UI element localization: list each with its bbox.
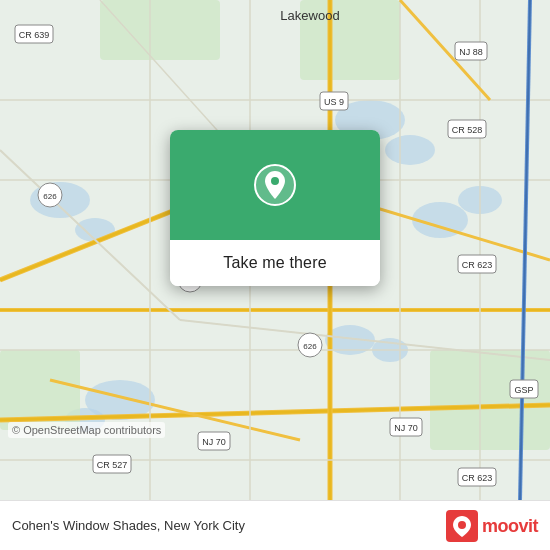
- svg-rect-13: [100, 0, 220, 60]
- svg-text:CR 623: CR 623: [462, 473, 493, 483]
- svg-point-69: [458, 521, 466, 529]
- svg-text:CR 527: CR 527: [97, 460, 128, 470]
- svg-text:CR 639: CR 639: [19, 30, 50, 40]
- svg-text:NJ 88: NJ 88: [459, 47, 483, 57]
- svg-point-4: [385, 135, 435, 165]
- map-container: CR 639 626 626 626 CR 527 NJ 70 NJ 70 US…: [0, 0, 550, 500]
- svg-text:CR 623: CR 623: [462, 260, 493, 270]
- svg-text:Lakewood: Lakewood: [280, 8, 339, 23]
- svg-text:626: 626: [43, 192, 57, 201]
- svg-text:US 9: US 9: [324, 97, 344, 107]
- moovit-icon: [446, 510, 478, 542]
- svg-text:626: 626: [303, 342, 317, 351]
- moovit-logo: moovit: [446, 510, 538, 542]
- svg-text:CR 528: CR 528: [452, 125, 483, 135]
- location-pin-icon: [253, 163, 297, 207]
- svg-point-67: [271, 177, 279, 185]
- bottom-bar: Cohen's Window Shades, New York City moo…: [0, 500, 550, 550]
- moovit-label: moovit: [482, 516, 538, 537]
- location-label: Cohen's Window Shades, New York City: [12, 518, 245, 533]
- svg-rect-12: [430, 350, 550, 450]
- popup-green-area: [170, 130, 380, 240]
- popup-card: Take me there: [170, 130, 380, 286]
- copyright-text: © OpenStreetMap contributors: [8, 422, 165, 438]
- svg-text:GSP: GSP: [514, 385, 533, 395]
- svg-text:NJ 70: NJ 70: [202, 437, 226, 447]
- svg-text:NJ 70: NJ 70: [394, 423, 418, 433]
- take-me-there-button[interactable]: Take me there: [170, 240, 380, 286]
